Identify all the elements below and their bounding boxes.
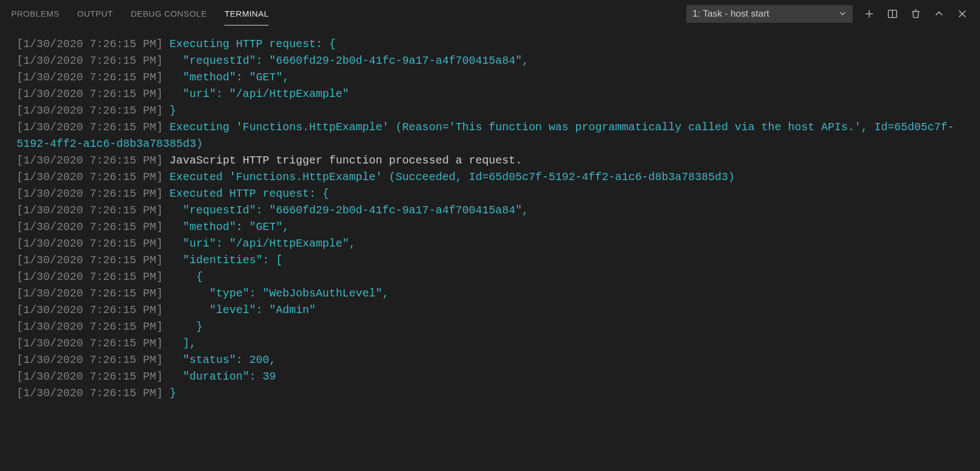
log-message: "uri": "/api/HttpExample" bbox=[163, 88, 349, 100]
log-timestamp: [1/30/2020 7:26:15 PM] bbox=[17, 38, 163, 50]
log-line: [1/30/2020 7:26:15 PM] "duration": 39 bbox=[17, 368, 963, 385]
log-message: "level": "Admin" bbox=[163, 304, 316, 316]
log-message: } bbox=[163, 387, 176, 400]
log-line: [1/30/2020 7:26:15 PM] { bbox=[17, 269, 963, 285]
log-timestamp: [1/30/2020 7:26:15 PM] bbox=[17, 204, 163, 217]
log-timestamp: [1/30/2020 7:26:15 PM] bbox=[17, 370, 163, 383]
log-message: "requestId": "6660fd29-2b0d-41fc-9a17-a4… bbox=[163, 204, 529, 217]
log-timestamp: [1/30/2020 7:26:15 PM] bbox=[17, 337, 163, 350]
log-message: Executing HTTP request: { bbox=[163, 38, 336, 50]
log-message: "status": 200, bbox=[163, 354, 276, 366]
log-timestamp: [1/30/2020 7:26:15 PM] bbox=[17, 320, 163, 333]
log-line: [1/30/2020 7:26:15 PM] "requestId": "666… bbox=[17, 202, 963, 219]
log-timestamp: [1/30/2020 7:26:15 PM] bbox=[17, 304, 163, 316]
log-timestamp: [1/30/2020 7:26:15 PM] bbox=[17, 387, 163, 400]
maximize-panel-button[interactable] bbox=[932, 7, 946, 21]
log-message: "uri": "/api/HttpExample", bbox=[163, 237, 356, 250]
log-timestamp: [1/30/2020 7:26:15 PM] bbox=[17, 237, 163, 250]
log-line: [1/30/2020 7:26:15 PM] } bbox=[17, 385, 963, 402]
log-message: Executed HTTP request: { bbox=[163, 187, 329, 200]
terminal-selector-label: 1: Task - host start bbox=[692, 8, 769, 19]
log-timestamp: [1/30/2020 7:26:15 PM] bbox=[17, 154, 163, 167]
log-timestamp: [1/30/2020 7:26:15 PM] bbox=[17, 254, 163, 267]
log-message: ], bbox=[163, 337, 196, 350]
log-timestamp: [1/30/2020 7:26:15 PM] bbox=[17, 71, 163, 84]
tab-problems[interactable]: PROBLEMS bbox=[11, 2, 59, 25]
tab-debug-console[interactable]: DEBUG CONSOLE bbox=[131, 2, 207, 25]
log-timestamp: [1/30/2020 7:26:15 PM] bbox=[17, 221, 163, 233]
log-line: [1/30/2020 7:26:15 PM] "requestId": "666… bbox=[17, 53, 963, 69]
log-message: JavaScript HTTP trigger function process… bbox=[163, 154, 522, 167]
log-line: [1/30/2020 7:26:15 PM] } bbox=[17, 103, 963, 119]
log-timestamp: [1/30/2020 7:26:15 PM] bbox=[17, 354, 163, 366]
log-message: { bbox=[163, 270, 203, 283]
split-terminal-button[interactable] bbox=[886, 7, 899, 21]
log-line: [1/30/2020 7:26:15 PM] Executing HTTP re… bbox=[17, 36, 963, 53]
log-timestamp: [1/30/2020 7:26:15 PM] bbox=[17, 88, 163, 100]
log-line: [1/30/2020 7:26:15 PM] Executed 'Functio… bbox=[17, 169, 963, 186]
log-message: "requestId": "6660fd29-2b0d-41fc-9a17-a4… bbox=[163, 54, 529, 67]
log-message: "identities": [ bbox=[163, 254, 283, 267]
log-message: "duration": 39 bbox=[163, 370, 276, 383]
log-timestamp: [1/30/2020 7:26:15 PM] bbox=[17, 171, 163, 183]
kill-terminal-button[interactable] bbox=[909, 7, 922, 21]
log-line: [1/30/2020 7:26:15 PM] "uri": "/api/Http… bbox=[17, 235, 963, 252]
log-line: [1/30/2020 7:26:15 PM] "uri": "/api/Http… bbox=[17, 86, 963, 103]
log-timestamp: [1/30/2020 7:26:15 PM] bbox=[17, 121, 163, 134]
log-line: [1/30/2020 7:26:15 PM] "status": 200, bbox=[17, 352, 963, 368]
tab-terminal[interactable]: TERMINAL bbox=[224, 2, 269, 25]
log-message: } bbox=[163, 104, 176, 117]
log-line: [1/30/2020 7:26:15 PM] ], bbox=[17, 335, 963, 352]
log-line: [1/30/2020 7:26:15 PM] "type": "WebJobsA… bbox=[17, 285, 963, 302]
log-line: [1/30/2020 7:26:15 PM] } bbox=[17, 319, 963, 335]
panel-tabs: PROBLEMS OUTPUT DEBUG CONSOLE TERMINAL bbox=[11, 2, 686, 25]
tab-output[interactable]: OUTPUT bbox=[77, 2, 113, 25]
log-timestamp: [1/30/2020 7:26:15 PM] bbox=[17, 104, 163, 117]
log-line: [1/30/2020 7:26:15 PM] "identities": [ bbox=[17, 252, 963, 269]
log-message: Executed 'Functions.HttpExample' (Succee… bbox=[163, 171, 735, 183]
panel-header: PROBLEMS OUTPUT DEBUG CONSOLE TERMINAL 1… bbox=[0, 0, 980, 28]
log-timestamp: [1/30/2020 7:26:15 PM] bbox=[17, 54, 163, 67]
log-timestamp: [1/30/2020 7:26:15 PM] bbox=[17, 287, 163, 300]
new-terminal-button[interactable] bbox=[863, 7, 876, 21]
log-message: "type": "WebJobsAuthLevel", bbox=[163, 287, 389, 300]
log-line: [1/30/2020 7:26:15 PM] Executed HTTP req… bbox=[17, 186, 963, 202]
chevron-down-icon bbox=[839, 9, 846, 19]
terminal-selector-dropdown[interactable]: 1: Task - host start bbox=[686, 5, 853, 23]
close-panel-button[interactable] bbox=[956, 7, 969, 21]
log-timestamp: [1/30/2020 7:26:15 PM] bbox=[17, 270, 163, 283]
log-line: [1/30/2020 7:26:15 PM] "level": "Admin" bbox=[17, 302, 963, 319]
terminal-output[interactable]: [1/30/2020 7:26:15 PM] Executing HTTP re… bbox=[0, 28, 980, 410]
log-message: "method": "GET", bbox=[163, 221, 289, 233]
log-line: [1/30/2020 7:26:15 PM] JavaScript HTTP t… bbox=[17, 152, 963, 169]
log-line: [1/30/2020 7:26:15 PM] "method": "GET", bbox=[17, 69, 963, 86]
log-line: [1/30/2020 7:26:15 PM] "method": "GET", bbox=[17, 219, 963, 235]
log-timestamp: [1/30/2020 7:26:15 PM] bbox=[17, 187, 163, 200]
log-line: [1/30/2020 7:26:15 PM] Executing 'Functi… bbox=[17, 119, 963, 152]
log-message: "method": "GET", bbox=[163, 71, 289, 84]
panel-actions: 1: Task - host start bbox=[686, 5, 969, 23]
log-message: } bbox=[163, 320, 203, 333]
